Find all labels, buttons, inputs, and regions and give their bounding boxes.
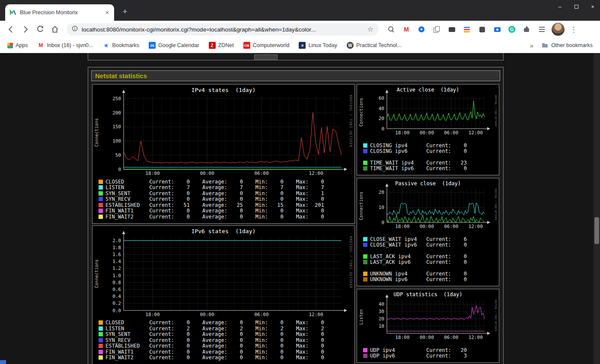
legend-text: TIME_WAIT ipv6 Current: 0 <box>370 165 467 171</box>
legend-color-swatch <box>363 260 367 264</box>
chart-area: 18:0000:0006:0012:0010203040 UDP statist… <box>357 289 499 340</box>
browser-tab[interactable]: Blue Precision Monitorix × <box>5 4 114 21</box>
bookmark-item[interactable]: ltLinux Today <box>296 41 340 50</box>
chart-legend: CLOSED Current: 0 Average: 0 Min: 0 Max:… <box>99 179 351 220</box>
camera-extension-icon[interactable] <box>493 25 501 33</box>
bookmark-item[interactable]: ★Bookmarks <box>100 41 143 50</box>
svg-text:18:00: 18:00 <box>145 171 160 176</box>
legend-color-swatch <box>99 209 103 213</box>
svg-text:1.8: 1.8 <box>112 244 121 250</box>
other-bookmarks-button[interactable]: Other bookmarks <box>539 41 596 50</box>
legend-color-swatch <box>363 149 367 153</box>
gmail-extension-icon[interactable]: M <box>402 25 410 33</box>
legend-row: LISTEN Current: 7 Average: 7 Min: 7 Max:… <box>99 185 351 191</box>
bookmark-item[interactable]: CWComputerworld <box>240 41 293 50</box>
legend-row: LISTEN Current: 2 Average: 2 Min: 2 Max:… <box>99 326 351 332</box>
browser-menu-button[interactable]: ⋮ <box>569 25 578 34</box>
bookmark-item[interactable]: MInbox (16) - sjvn0... <box>35 41 96 50</box>
svg-text:0.2: 0.2 <box>112 301 121 306</box>
back-button[interactable] <box>3 22 18 37</box>
legend-row: CLOSING ipv4 Current: 0 <box>363 142 495 149</box>
svg-text:0: 0 <box>381 220 384 225</box>
chart-legend: CLOSED Current: 0 Average: 0 Min: 0 Max:… <box>99 320 351 361</box>
chart-ylabel: Connections <box>359 190 364 222</box>
maximize-icon <box>574 5 578 9</box>
reload-button[interactable] <box>33 22 48 37</box>
legend-row: CLOSING ipv6 Current: 0 <box>363 149 495 155</box>
bookmark-item[interactable]: ZZDNet <box>206 41 237 50</box>
legend-color-swatch <box>363 348 367 352</box>
section-title: Netstat statistics <box>95 72 147 79</box>
svg-text:06:00: 06:00 <box>254 312 268 317</box>
browser-toolbar: localhost:8080/monitorix-cgi/monitorix.c… <box>0 21 600 38</box>
legend-row: CLOSE_WAIT ipv4 Current: 6 <box>363 236 495 242</box>
legend-color-swatch <box>99 355 103 360</box>
legend-row: UNKNOWN ipv6 Current: 0 <box>363 277 495 283</box>
svg-text:150: 150 <box>112 124 121 130</box>
keyboard-extension-icon[interactable] <box>448 25 456 33</box>
svg-text:20: 20 <box>379 316 384 322</box>
search-extension-icon[interactable] <box>387 25 395 33</box>
tab-close-button[interactable]: × <box>105 9 110 16</box>
address-bar[interactable]: localhost:8080/monitorix-cgi/monitorix.c… <box>67 23 379 35</box>
bookmark-item[interactable]: 28Google Calendar <box>146 41 202 50</box>
rrdtool-watermark: RRDTOOL / TOBI OETIKER <box>349 236 353 288</box>
svg-text:0.4: 0.4 <box>112 294 121 299</box>
legend-row: SYN_SENT Current: 0 Average: 0 Min: 0 Ma… <box>99 190 351 196</box>
maximize-button[interactable] <box>573 3 579 10</box>
svg-text:40: 40 <box>379 106 384 111</box>
folder-icon <box>542 42 549 49</box>
gmail-icon: M <box>38 42 45 49</box>
previous-section-frame <box>88 53 504 60</box>
bookmarks-items: AppsMInbox (16) - sjvn0...★Bookmarks28Go… <box>4 41 405 50</box>
scrollbar-thumb[interactable] <box>594 217 599 244</box>
legend-text: LAST_ACK ipv4 Current: 0 <box>370 253 467 260</box>
close-button[interactable]: × <box>590 3 596 10</box>
chart-plot[interactable]: 18:0000:0006:0012:00050100150200250 <box>93 85 354 176</box>
apps-grid-icon <box>7 43 13 48</box>
legend-text: LISTEN Current: 7 Average: 7 Min: 7 Max:… <box>105 184 324 190</box>
minimize-button[interactable]: – <box>557 3 563 10</box>
bookmark-star-icon[interactable]: ☆ <box>367 26 373 33</box>
legend-color-swatch <box>363 243 367 247</box>
page-info-icon[interactable] <box>72 25 78 33</box>
svg-text:12:00: 12:00 <box>469 224 483 229</box>
new-tab-button[interactable]: + <box>119 6 131 17</box>
active-close-chart-panel: 18:0000:0006:0012:000204060 Active close… <box>357 84 499 175</box>
stack-extension-icon[interactable] <box>463 25 471 33</box>
ipv6-states-chart-panel: 18:0000:0006:0012:000.00.20.40.60.81.01.… <box>92 225 355 364</box>
chart-ylabel: Connections <box>94 237 100 310</box>
extensions-puzzle-extension-icon[interactable] <box>523 25 530 33</box>
blue-dot-extension-icon[interactable] <box>418 25 425 33</box>
forward-button[interactable] <box>18 22 33 37</box>
legend-text: UDP ipv6 Current: 3 <box>370 353 467 359</box>
legend-row: FIN_WAIT2 Current: 0 Average: 0 Min: 0 M… <box>99 355 351 361</box>
legend-row: LAST_ACK ipv6 Current: 0 <box>363 260 495 266</box>
star-icon: ★ <box>103 42 110 49</box>
legend-color-swatch <box>99 197 103 201</box>
zdnet-icon: Z <box>209 42 216 49</box>
netstat-section: Netstat statistics 18:0000:0006:0012:000… <box>88 67 504 364</box>
legend-text: CLOSE_WAIT ipv4 Current: 6 <box>370 236 467 242</box>
computerworld-icon: CW <box>243 42 250 49</box>
bookmark-item[interactable]: Apps <box>4 41 31 50</box>
bookmarks-overflow-chevron[interactable]: » <box>525 42 539 49</box>
legend-text: CLOSE_WAIT ipv6 Current: 0 <box>370 242 467 248</box>
svg-text:12:00: 12:00 <box>469 130 483 136</box>
bookmark-label: Google Calendar <box>158 42 199 48</box>
monitorix-favicon-icon <box>10 9 16 16</box>
legend-row: SYN_RECV Current: 0 Average: 0 Min: 0 Ma… <box>99 196 351 203</box>
bookmark-item[interactable]: WPractical Technol... <box>344 41 405 50</box>
reading-list-extension-icon[interactable] <box>538 25 546 33</box>
browser-window: Blue Precision Monitorix × + – × <box>0 0 600 364</box>
legend-color-swatch <box>99 185 103 190</box>
legend-color-swatch <box>99 215 103 219</box>
copy-extension-icon[interactable] <box>433 25 440 33</box>
grammarly-extension-icon[interactable]: G <box>508 26 515 33</box>
home-button[interactable] <box>48 22 62 37</box>
scrollbar-track[interactable] <box>594 53 600 364</box>
badge-extension-icon[interactable] <box>478 25 486 33</box>
svg-text:1.6: 1.6 <box>112 251 121 257</box>
chart-plot[interactable]: 18:0000:0006:0012:000.00.20.40.60.81.01.… <box>93 226 354 317</box>
profile-avatar[interactable] <box>552 23 565 36</box>
